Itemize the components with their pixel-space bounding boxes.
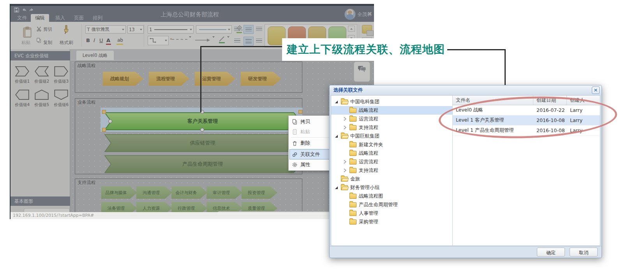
expander-spacer bbox=[343, 151, 348, 156]
folder-icon bbox=[349, 194, 356, 199]
folder-icon bbox=[349, 151, 356, 156]
screenshot-root: 文件 编辑 插入 页面 排列 上海总公司财务部流程 全茂林 × 粘贴 剪切 复制 bbox=[0, 0, 644, 269]
folder-open-icon bbox=[341, 185, 348, 190]
dialog-title: 选择关联文件 bbox=[330, 87, 363, 94]
tree-item-label: 人事管理 bbox=[359, 210, 378, 217]
tree-item-label: 财务管理小组 bbox=[350, 184, 379, 191]
menu-item-label: 粘贴 bbox=[300, 129, 310, 135]
trash-icon bbox=[292, 140, 298, 146]
annotation-callout: 建立上下级流程关联、流程地图 bbox=[282, 38, 447, 61]
expander-spacer bbox=[343, 202, 348, 207]
folder-icon bbox=[349, 168, 356, 173]
tree-item-label: 新建文件夹 bbox=[359, 142, 383, 148]
expander-icon[interactable] bbox=[343, 159, 348, 164]
modal-dim-overlay bbox=[11, 4, 374, 219]
folder-open-icon bbox=[341, 134, 348, 139]
tree-item[interactable]: 新建文件夹 bbox=[331, 140, 452, 149]
expander-spacer bbox=[343, 108, 348, 113]
menu-item-label: 属性 bbox=[300, 161, 310, 168]
tree-item-label: 运营流程 bbox=[359, 159, 378, 165]
callout-line bbox=[447, 49, 506, 50]
tree-item[interactable]: 中国巨航集团 bbox=[331, 132, 452, 140]
paste-icon bbox=[292, 129, 298, 135]
expander-icon[interactable] bbox=[343, 168, 348, 173]
expander-spacer bbox=[343, 211, 348, 216]
tree-item[interactable]: 人事管理 bbox=[331, 209, 452, 218]
gear-icon bbox=[292, 162, 298, 168]
tree-item-label: 支持流程 bbox=[359, 124, 378, 131]
callout-line bbox=[505, 49, 506, 86]
expander-icon[interactable] bbox=[343, 125, 348, 130]
tree-item-label: 采购管理 bbox=[359, 219, 378, 225]
tree-item-label: 中国电科集团 bbox=[350, 99, 379, 105]
dialog-header[interactable]: 选择关联文件 bbox=[330, 85, 602, 95]
tree-item-label: 战略流程 bbox=[359, 150, 378, 157]
tree-item[interactable]: 支持流程 bbox=[331, 166, 452, 175]
tree-item-label: 金旅 bbox=[350, 176, 360, 182]
tree-item-label: 战略流程图 bbox=[359, 193, 383, 200]
annotation-text: 建立上下级流程关联、流程地图 bbox=[282, 42, 445, 57]
tree-item-label: 运营流程 bbox=[359, 116, 378, 122]
folder-icon bbox=[349, 125, 356, 130]
expander-icon[interactable] bbox=[334, 185, 339, 190]
expander-spacer bbox=[334, 177, 339, 181]
callout-line bbox=[200, 47, 201, 112]
tree-item[interactable]: 战略流程图 bbox=[331, 192, 452, 200]
tree-item[interactable]: 金旅 bbox=[331, 175, 452, 183]
tree-item[interactable]: 运营流程 bbox=[331, 115, 452, 123]
status-bar: 192.169.1.100/2015/?startApp=BPA# bbox=[11, 212, 374, 219]
tree-item[interactable]: 产品生命周期管理 bbox=[331, 200, 452, 209]
cancel-button[interactable]: 取消 bbox=[570, 248, 598, 257]
tree-item-label: 战略流程 bbox=[359, 107, 378, 114]
folder-icon bbox=[349, 202, 356, 207]
tree-item-selected[interactable]: 战略流程 bbox=[331, 106, 452, 115]
tree-item[interactable]: 支持流程 bbox=[331, 123, 452, 132]
menu-item-label: 关联文件 bbox=[300, 151, 320, 158]
folder-icon bbox=[349, 219, 356, 225]
expander-icon[interactable] bbox=[334, 134, 339, 138]
tree-item[interactable]: 战略流程 bbox=[331, 149, 452, 158]
expander-icon[interactable] bbox=[343, 117, 348, 121]
folder-icon bbox=[349, 108, 356, 113]
ok-button[interactable]: 确定 bbox=[537, 248, 565, 257]
tree-item-label: 支持流程 bbox=[359, 167, 378, 174]
folder-icon bbox=[349, 142, 356, 147]
tree-item[interactable]: 财务管理小组 bbox=[331, 183, 452, 192]
folder-open-icon bbox=[341, 99, 348, 104]
expander-spacer bbox=[343, 219, 348, 224]
folder-icon bbox=[349, 211, 356, 216]
folder-icon bbox=[349, 159, 356, 165]
dialog-footer: 确定 取消 bbox=[330, 246, 602, 258]
folder-tree: 中国电科集团 战略流程 运营流程 支持流程 中国巨航集团 新建文件夹 战略流程 … bbox=[331, 96, 453, 246]
expander-icon[interactable] bbox=[334, 99, 339, 104]
callout-line bbox=[200, 46, 283, 47]
folder-open-icon bbox=[341, 177, 348, 182]
menu-item-label: 拷贝 bbox=[300, 119, 310, 125]
menu-item-label: 删除 bbox=[300, 140, 310, 147]
copy-icon bbox=[292, 119, 298, 125]
tree-item-label: 中国巨航集团 bbox=[350, 133, 379, 140]
tree-item[interactable]: 中国电科集团 bbox=[331, 97, 452, 106]
expander-spacer bbox=[343, 142, 348, 147]
expander-spacer bbox=[343, 194, 348, 198]
tree-item[interactable]: 采购管理 bbox=[331, 218, 452, 226]
tree-item-label: 产品生命周期管理 bbox=[359, 202, 398, 208]
link-icon bbox=[292, 152, 298, 158]
app-window: 文件 编辑 插入 页面 排列 上海总公司财务部流程 全茂林 × 粘贴 剪切 复制 bbox=[10, 4, 374, 219]
tree-item[interactable]: 运营流程 bbox=[331, 158, 452, 166]
folder-icon bbox=[349, 117, 356, 122]
status-url: 192.169.1.100/2015/?startApp=BPA# bbox=[13, 213, 94, 218]
dialog-close-button[interactable]: × bbox=[592, 87, 600, 94]
